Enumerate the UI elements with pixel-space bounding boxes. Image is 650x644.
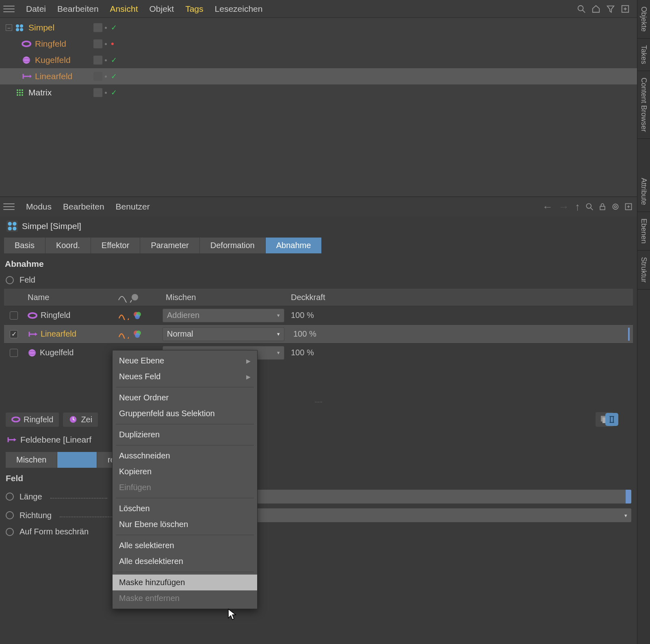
nav-back-icon[interactable]: ←	[541, 201, 555, 213]
row-checkbox[interactable]	[10, 330, 18, 338]
menu-objekt[interactable]: Objekt	[143, 4, 180, 14]
col-deckkraft: Deckkraft	[288, 293, 633, 302]
feld-section-label: Feld	[0, 469, 637, 487]
object-title: Simpel [Simpel]	[0, 216, 637, 236]
cm-alle-selektieren[interactable]: Alle selektieren	[113, 538, 257, 553]
search-icon[interactable]	[584, 201, 595, 212]
target-icon[interactable]	[610, 201, 621, 212]
hamburger-icon[interactable]	[3, 3, 15, 15]
mix-mode-select[interactable]: Addieren▾	[162, 309, 284, 322]
menu-datei[interactable]: Datei	[20, 4, 52, 14]
nav-forward-icon[interactable]: →	[557, 201, 571, 213]
svg-point-42	[135, 333, 140, 338]
layer-toggle-icon[interactable]	[93, 23, 102, 32]
sidetab-objekte[interactable]: Objekte	[637, 0, 650, 39]
clamp-icon[interactable]	[605, 413, 618, 426]
cm-maske-hinzufuegen[interactable]: Maske hinzufügen	[113, 575, 257, 590]
tab-basis[interactable]: Basis	[4, 238, 46, 253]
expand-toggle-icon[interactable]: –	[6, 24, 12, 31]
anim-radio[interactable]	[6, 511, 14, 519]
menu-bearbeiten[interactable]: Bearbeiten	[52, 4, 104, 14]
tree-label[interactable]: Simpel	[28, 23, 54, 32]
menu-bearbeiten-attr[interactable]: Bearbeiten	[57, 202, 110, 212]
cm-einfuegen: Einfügen	[113, 480, 257, 495]
menu-modus[interactable]: Modus	[20, 202, 57, 212]
sidetab-struktur[interactable]: Struktur	[637, 251, 650, 290]
cm-kopieren[interactable]: Kopieren	[113, 464, 257, 480]
radio-feld[interactable]	[6, 276, 14, 284]
tree-row-ringfeld[interactable]: Ringfeld •	[0, 36, 637, 52]
color-mode-icon[interactable]	[132, 310, 143, 321]
cm-neues-feld[interactable]: Neues Feld▶	[113, 369, 257, 385]
tab-parameter[interactable]: Parameter	[140, 238, 199, 253]
tab-effektor[interactable]: Effektor	[91, 238, 141, 253]
tree-row-matrix[interactable]: Matrix ✓	[0, 84, 637, 101]
sidetab-attribute[interactable]: Attribute	[637, 171, 650, 212]
menu-ansicht[interactable]: Ansicht	[104, 4, 144, 14]
tree-row-kugelfeld[interactable]: Kugelfeld ✓	[0, 52, 637, 68]
tab-abnahme[interactable]: Abnahme	[266, 238, 322, 253]
hamburger-icon[interactable]	[3, 201, 15, 212]
mix-mode-select[interactable]: Normal▾	[162, 327, 284, 341]
object-menu-bar: Datei Bearbeiten Ansicht Objekt Tags Les…	[0, 0, 637, 18]
table-row[interactable]: Ringfeld Addieren▾ 100 %	[4, 306, 633, 324]
tree-label[interactable]: Matrix	[28, 88, 52, 97]
maximize-icon[interactable]	[623, 201, 634, 212]
tag-dot-icon	[105, 43, 107, 45]
cm-neue-ebene[interactable]: Neue Ebene▶	[113, 353, 257, 369]
tab-koord[interactable]: Koord.	[46, 238, 91, 253]
row-checkbox[interactable]	[10, 311, 18, 320]
opacity-value[interactable]: 100 %	[291, 348, 314, 357]
lock-icon[interactable]	[597, 201, 608, 212]
cm-alle-deselektieren[interactable]: Alle deselektieren	[113, 553, 257, 569]
layer-toggle-icon[interactable]	[93, 88, 102, 97]
sidetab-content[interactable]: Content Browser	[637, 71, 650, 139]
breadcrumb-ringfeld[interactable]: Ringfeld	[6, 413, 59, 427]
layer-toggle-icon[interactable]	[93, 72, 102, 81]
tree-row-simpel[interactable]: – Simpel ✓	[0, 19, 637, 36]
tree-label[interactable]: Ringfeld	[35, 39, 66, 49]
tab-deformation[interactable]: Deformation	[200, 238, 266, 253]
maximize-icon[interactable]	[620, 4, 630, 14]
sidetab-ebenen[interactable]: Ebenen	[637, 212, 650, 251]
opacity-value[interactable]: 100 %	[293, 329, 316, 339]
object-tree[interactable]: – Simpel ✓ Ringfeld • Kugelfeld ✓ Li	[0, 18, 637, 197]
cm-gruppenfeld[interactable]: Gruppenfeld aus Selektion	[113, 406, 257, 421]
home-icon[interactable]	[591, 4, 601, 14]
cm-nur-ebene-loeschen[interactable]: Nur Ebene löschen	[113, 516, 257, 532]
menu-tags[interactable]: Tags	[180, 4, 209, 14]
cm-loeschen[interactable]: Löschen	[113, 501, 257, 516]
menu-lesezeichen[interactable]: Lesezeichen	[209, 4, 269, 14]
value-curve-icon[interactable]	[118, 328, 129, 340]
nav-up-icon[interactable]: ↑	[573, 201, 582, 213]
cm-duplizieren[interactable]: Duplizieren	[113, 427, 257, 443]
tree-label[interactable]: Linearfeld	[35, 71, 72, 81]
tab-mischen[interactable]: Mischen	[6, 452, 57, 468]
tree-label[interactable]: Kugelfeld	[35, 55, 71, 65]
breadcrumb-zeit[interactable]: Zei	[63, 413, 98, 427]
tab-ebene[interactable]	[57, 452, 97, 468]
menu-benutzer[interactable]: Benutzer	[110, 202, 156, 212]
value-curve-icon[interactable]	[118, 310, 129, 321]
row-checkbox[interactable]	[10, 349, 18, 357]
color-mode-icon[interactable]	[132, 328, 143, 340]
cm-neuer-ordner[interactable]: Neuer Ordner	[113, 390, 257, 406]
table-row[interactable]: Linearfeld Normal▾ 100 %	[4, 324, 633, 343]
search-icon[interactable]	[576, 4, 587, 14]
simpel-object-icon	[15, 22, 25, 33]
cm-ausschneiden[interactable]: Ausschneiden	[113, 448, 257, 464]
table-row[interactable]: Kugelfeld ▾ 100 %	[4, 343, 633, 362]
filter-icon[interactable]	[605, 4, 616, 14]
sidetab-takes[interactable]: Takes	[637, 39, 650, 71]
row-name: Ringfeld	[41, 311, 70, 320]
svg-point-31	[13, 227, 16, 230]
tag-dot-icon	[105, 27, 107, 29]
object-title-text: Simpel [Simpel]	[22, 221, 81, 231]
layer-toggle-icon[interactable]	[93, 39, 102, 48]
anim-radio[interactable]	[6, 493, 14, 501]
anim-radio[interactable]	[6, 528, 14, 536]
layer-toggle-icon[interactable]	[93, 56, 102, 65]
tree-row-linearfeld[interactable]: Linearfeld ✓	[0, 68, 637, 84]
opacity-value[interactable]: 100 %	[291, 311, 314, 320]
radio-feld-label: Feld	[20, 275, 35, 285]
